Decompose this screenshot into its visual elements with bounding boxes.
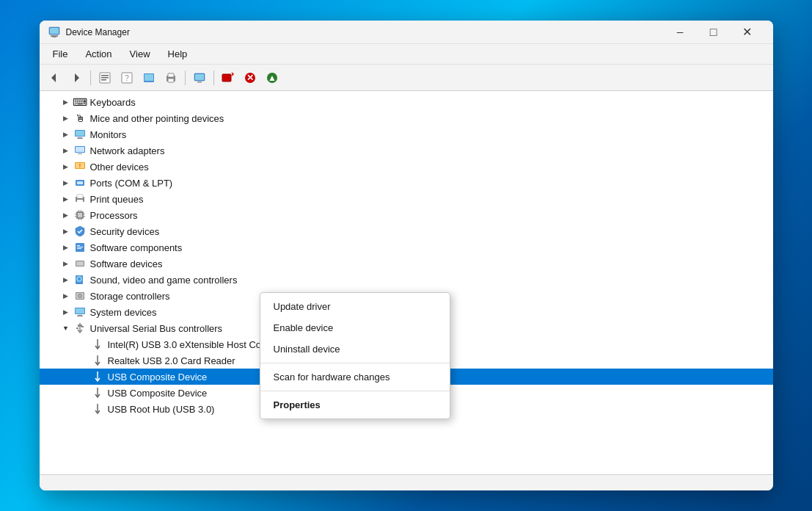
toolbar: ? [40, 65, 773, 91]
uninstall-button[interactable]: ✕ [240, 68, 260, 88]
expand-security[interactable]: ▶ [60, 225, 72, 237]
menu-action[interactable]: Action [78, 46, 119, 62]
menu-help[interactable]: Help [161, 46, 195, 62]
tree-item-sound[interactable]: ▶ Sound, video and game controllers [40, 272, 773, 288]
tree-item-other[interactable]: ▶ ! Other devices [40, 159, 773, 175]
expand-software-components[interactable]: ▶ [60, 242, 72, 253]
usb-composite-1-icon [91, 370, 104, 383]
minimize-button[interactable]: ‒ [663, 21, 697, 44]
svg-rect-46 [81, 219, 81, 220]
expand-monitors[interactable]: ▶ [60, 128, 72, 140]
expand-mice[interactable]: ▶ [60, 112, 72, 124]
svg-rect-70 [76, 327, 78, 329]
expand-software-devices[interactable]: ▶ [60, 258, 72, 269]
tree-item-processors[interactable]: ▶ Processors [40, 207, 773, 223]
usb-root-icon [91, 402, 104, 416]
toolbar-separator-3 [213, 70, 214, 85]
svg-rect-16 [168, 73, 174, 77]
svg-text:!: ! [78, 163, 80, 168]
svg-text:▲: ▲ [268, 73, 277, 83]
svg-point-64 [79, 295, 81, 297]
software-devices-icon [73, 257, 87, 270]
forward-button[interactable] [66, 68, 87, 88]
monitors-icon [73, 128, 87, 141]
tree-item-print[interactable]: ▶ Print queues [40, 191, 773, 207]
svg-rect-44 [81, 210, 81, 211]
expand-other[interactable]: ▶ [60, 161, 72, 173]
properties-button[interactable] [95, 68, 115, 88]
storage-label: Storage controllers [90, 291, 170, 302]
device-manager-button[interactable] [189, 68, 210, 88]
svg-rect-52 [77, 245, 80, 246]
toolbar-separator-2 [185, 70, 186, 85]
tree-item-mice[interactable]: ▶ 🖱 Mice and other pointing devices [40, 110, 773, 126]
ctx-scan-hardware[interactable]: Scan for hardware changes [260, 366, 450, 388]
ports-icon [73, 176, 87, 189]
tree-item-keyboards[interactable]: ▶ ⌨ Keyboards [40, 94, 773, 110]
device-manager-window: Device Manager ‒ □ ✕ File Action View He… [40, 21, 773, 490]
enable-button[interactable]: ▲ [262, 68, 282, 88]
network-label: Network adapters [90, 145, 165, 156]
security-icon [73, 225, 87, 238]
software-components-label: Software components [90, 242, 183, 253]
ctx-properties[interactable]: Properties [260, 394, 450, 416]
processors-label: Processors [90, 210, 138, 221]
svg-rect-29 [77, 138, 83, 139]
tree-item-security[interactable]: ▶ Security devices [40, 223, 773, 239]
ctx-enable-device[interactable]: Enable device [260, 317, 450, 338]
ports-label: Ports (COM & LPT) [90, 178, 173, 189]
svg-text:?: ? [125, 74, 129, 82]
update-driver-button[interactable]: ? [117, 68, 137, 88]
svg-rect-7 [101, 75, 109, 76]
tree-item-software-components[interactable]: ▶ Software components [40, 239, 773, 256]
ctx-separator-2 [260, 391, 450, 391]
svg-rect-27 [76, 131, 84, 136]
svg-rect-1 [51, 35, 58, 37]
expand-ports[interactable]: ▶ [60, 177, 72, 189]
rollback-button[interactable] [139, 68, 159, 88]
mice-icon: 🖱 [73, 112, 87, 125]
content-area: ▶ ⌨ Keyboards ▶ 🖱 Mice and other pointin… [40, 91, 773, 474]
menu-view[interactable]: View [122, 46, 158, 62]
expand-processors[interactable]: ▶ [60, 209, 72, 221]
usb-realtek-label: Realtek USB 2.0 Card Reader [108, 355, 235, 366]
svg-rect-9 [101, 79, 106, 81]
tree-item-software-devices[interactable]: ▶ Software devices [40, 256, 773, 272]
usb-composite-1-label: USB Composite Device [108, 372, 208, 383]
expand-usb[interactable]: ▼ [60, 322, 72, 334]
usb-root-label: USB Root Hub (USB 3.0) [108, 404, 215, 415]
tree-item-monitors[interactable]: ▶ Monitors [40, 126, 773, 142]
window-icon [48, 26, 60, 38]
ctx-update-driver[interactable]: Update driver [260, 296, 450, 317]
svg-rect-54 [77, 248, 81, 249]
expand-storage[interactable]: ▶ [60, 290, 72, 302]
svg-rect-20 [195, 74, 204, 80]
menu-bar: File Action View Help [40, 44, 773, 65]
usb-intel-icon [91, 338, 104, 351]
maximize-button[interactable]: □ [697, 21, 731, 44]
menu-file[interactable]: File [45, 46, 76, 62]
svg-point-59 [78, 278, 81, 280]
expand-keyboards[interactable]: ▶ [60, 96, 72, 108]
expand-network[interactable]: ▶ [60, 145, 72, 156]
processors-icon [73, 209, 87, 222]
sound-label: Sound, video and game controllers [90, 275, 238, 286]
system-icon [73, 305, 87, 319]
print-button[interactable] [161, 68, 181, 88]
expand-sound[interactable]: ▶ [60, 274, 72, 286]
svg-rect-32 [78, 153, 82, 154]
svg-rect-14 [146, 81, 152, 82]
storage-icon [73, 289, 87, 302]
tree-item-network[interactable]: ▶ Network adapters [40, 142, 773, 159]
close-button[interactable]: ✕ [731, 21, 764, 44]
software-components-icon [73, 241, 87, 254]
tree-item-ports[interactable]: ▶ Ports (COM & LPT) [40, 175, 773, 191]
window-controls: ‒ □ ✕ [663, 21, 764, 44]
expand-system[interactable]: ▶ [60, 306, 72, 318]
back-button[interactable] [44, 68, 65, 88]
svg-rect-42 [78, 213, 82, 217]
svg-rect-56 [76, 261, 84, 266]
ctx-uninstall-device[interactable]: Uninstall device [260, 338, 450, 360]
expand-print[interactable]: ▶ [60, 193, 72, 205]
scan-hardware-button[interactable] [218, 68, 238, 88]
